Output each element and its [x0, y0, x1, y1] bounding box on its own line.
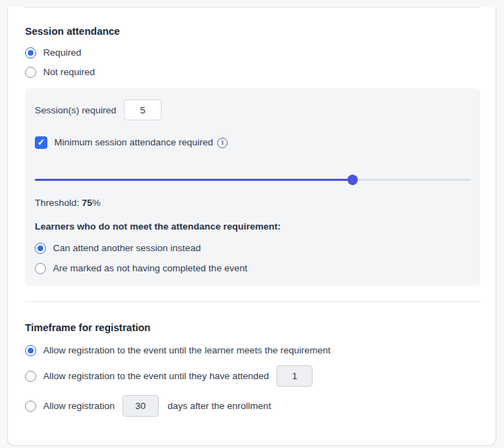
attendance-settings-panel: Session(s) required ✓ Minimum session at… — [25, 88, 480, 286]
threshold-slider[interactable] — [35, 174, 471, 185]
slider-fill — [35, 179, 353, 181]
radio-days-after-label: Allow registration — [43, 400, 115, 413]
section-title-timeframe: Timeframe for registration — [25, 321, 480, 335]
radio-until-attended[interactable] — [25, 371, 36, 382]
min-attendance-checkbox[interactable]: ✓ — [35, 136, 47, 149]
days-after-input[interactable] — [123, 395, 159, 417]
sessions-required-row: Session(s) required — [35, 99, 471, 120]
section-divider — [25, 301, 480, 302]
info-icon[interactable]: i — [217, 138, 228, 148]
top-divider — [25, 7, 480, 8]
radio-attend-another[interactable] — [35, 243, 46, 254]
radio-row-marked-not-completed[interactable]: Are marked as not having completed the e… — [35, 262, 471, 275]
min-attendance-checkbox-row[interactable]: ✓ Minimum session attendance required i — [35, 136, 471, 149]
radio-required-label: Required — [43, 47, 81, 59]
threshold-suffix: % — [93, 198, 101, 208]
radio-row-until-attended[interactable]: Allow registration to the event until th… — [25, 365, 480, 387]
attended-count-input[interactable] — [276, 365, 313, 387]
radio-not-required[interactable] — [25, 67, 36, 78]
min-attendance-label: Minimum session attendance required — [54, 136, 213, 149]
sessions-required-input[interactable] — [124, 99, 162, 120]
slider-thumb[interactable] — [347, 175, 358, 185]
radio-until-requirement[interactable] — [25, 345, 36, 356]
radio-attend-another-label: Can attend another session instead — [53, 242, 200, 255]
days-after-suffix-label: days after the enrollment — [168, 400, 271, 413]
radio-row-days-after[interactable]: Allow registration days after the enroll… — [25, 395, 480, 417]
radio-marked-not-completed-label: Are marked as not having completed the e… — [53, 262, 247, 275]
radio-row-required[interactable]: Required — [25, 46, 480, 60]
settings-card: Session attendance Required Not required… — [7, 7, 496, 446]
threshold-value: 75 — [82, 198, 93, 208]
threshold-text: Threshold: 75% — [35, 197, 471, 209]
radio-required[interactable] — [25, 47, 36, 58]
sessions-required-label: Session(s) required — [35, 105, 116, 115]
learners-requirement-heading: Learners who do not meet the attendance … — [35, 221, 471, 232]
radio-row-not-required[interactable]: Not required — [25, 65, 480, 79]
radio-until-attended-label: Allow registration to the event until th… — [43, 370, 269, 383]
threshold-prefix: Threshold: — [35, 198, 82, 208]
radio-marked-not-completed[interactable] — [35, 263, 46, 274]
radio-days-after[interactable] — [25, 401, 36, 412]
radio-row-until-requirement[interactable]: Allow registration to the event until th… — [25, 344, 480, 358]
radio-not-required-label: Not required — [43, 66, 95, 79]
radio-row-attend-another[interactable]: Can attend another session instead — [35, 241, 471, 255]
radio-until-requirement-label: Allow registration to the event until th… — [43, 344, 331, 357]
section-title-session-attendance: Session attendance — [25, 25, 480, 38]
